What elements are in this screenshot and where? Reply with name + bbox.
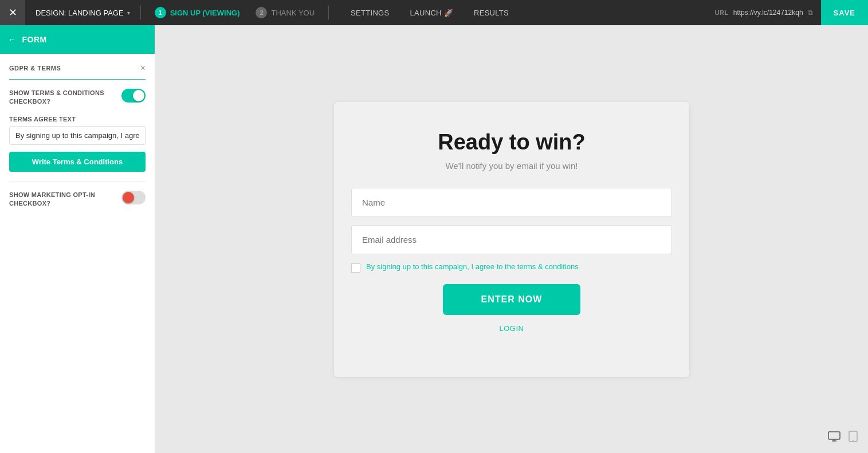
external-link-icon[interactable]: ⧉ bbox=[808, 9, 813, 17]
terms-agree-label: TERMS AGREE TEXT bbox=[9, 116, 146, 123]
marketing-toggle-row: SHOW MARKETING OPT-IN CHECKBOX? bbox=[0, 182, 155, 218]
step-thankyou[interactable]: 2 THANK YOU bbox=[248, 0, 323, 25]
write-terms-button[interactable]: Write Terms & Conditions bbox=[9, 152, 146, 172]
terms-agree-input[interactable] bbox=[9, 126, 146, 145]
email-input[interactable] bbox=[351, 225, 672, 254]
url-label: URL bbox=[715, 9, 729, 16]
content-area: Ready to win? We'll notify you by email … bbox=[155, 25, 868, 453]
tab-settings[interactable]: SETTINGS bbox=[340, 0, 399, 25]
section-close-icon[interactable]: × bbox=[140, 63, 146, 73]
campaign-card: Ready to win? We'll notify you by email … bbox=[334, 102, 689, 377]
gdpr-terms-section: GDPR & TERMS × bbox=[0, 54, 155, 79]
svg-point-4 bbox=[853, 440, 854, 441]
tab-results[interactable]: RESULTS bbox=[464, 0, 519, 25]
left-panel: ← FORM GDPR & TERMS × SHOW TERMS & CONDI… bbox=[0, 25, 155, 453]
terms-toggle-knob bbox=[133, 90, 144, 101]
tablet-icon[interactable] bbox=[849, 431, 858, 445]
device-icons bbox=[828, 431, 858, 445]
step-signup[interactable]: 1 SIGN UP (VIEWING) bbox=[147, 0, 248, 25]
url-value: https://vy.lc/124712kqh bbox=[733, 9, 803, 17]
terms-toggle-row: SHOW TERMS & CONDITIONS CHECKBOX? bbox=[0, 80, 155, 116]
url-section: URL https://vy.lc/124712kqh ⧉ bbox=[707, 9, 821, 17]
save-button[interactable]: SAVE bbox=[821, 0, 868, 25]
panel-header: ← FORM bbox=[0, 25, 155, 54]
back-arrow-icon: ← bbox=[8, 35, 17, 44]
terms-toggle-label: SHOW TERMS & CONDITIONS CHECKBOX? bbox=[9, 89, 121, 107]
login-link[interactable]: LOGIN bbox=[500, 324, 524, 333]
terms-agree-field-row: TERMS AGREE TEXT bbox=[0, 116, 155, 152]
terms-toggle-switch[interactable] bbox=[121, 89, 146, 103]
marketing-toggle-knob bbox=[123, 192, 134, 203]
name-input[interactable] bbox=[351, 188, 672, 217]
chevron-down-icon: ▾ bbox=[127, 10, 130, 16]
terms-checkbox-label: By signing up to this campaign, I agree … bbox=[366, 262, 579, 271]
close-button[interactable]: ✕ bbox=[0, 0, 25, 25]
nav-tabs: SETTINGS LAUNCH 🚀 RESULTS bbox=[340, 0, 519, 25]
section-title-text: GDPR & TERMS bbox=[9, 65, 61, 72]
nav-right: URL https://vy.lc/124712kqh ⧉ SAVE bbox=[707, 0, 868, 25]
marketing-toggle-switch[interactable] bbox=[121, 191, 146, 204]
enter-now-button[interactable]: ENTER NOW bbox=[443, 284, 580, 315]
top-navigation: ✕ DESIGN: LANDING PAGE ▾ 1 SIGN UP (VIEW… bbox=[0, 0, 868, 25]
step-2-label: THANK YOU bbox=[271, 9, 315, 17]
step-2-number: 2 bbox=[256, 7, 267, 18]
section-title-row: GDPR & TERMS × bbox=[9, 63, 146, 73]
step-1-label: SIGN UP (VIEWING) bbox=[170, 9, 240, 17]
back-button[interactable]: ← bbox=[8, 35, 17, 44]
card-subtext: We'll notify you by email if you win! bbox=[445, 161, 578, 171]
desktop-icon[interactable] bbox=[828, 431, 840, 444]
steps-container: 1 SIGN UP (VIEWING) 2 THANK YOU bbox=[141, 0, 328, 25]
card-headline: Ready to win? bbox=[438, 131, 586, 155]
svg-rect-0 bbox=[828, 432, 840, 439]
terms-checkbox[interactable] bbox=[351, 263, 360, 273]
panel-title: FORM bbox=[22, 35, 147, 44]
marketing-toggle-label: SHOW MARKETING OPT-IN CHECKBOX? bbox=[9, 191, 121, 208]
design-label: DESIGN: LANDING PAGE bbox=[36, 9, 124, 17]
main-layout: ← FORM GDPR & TERMS × SHOW TERMS & CONDI… bbox=[0, 25, 868, 453]
nav-divider-2 bbox=[328, 6, 329, 19]
step-1-number: 1 bbox=[155, 7, 166, 18]
tab-launch[interactable]: LAUNCH 🚀 bbox=[400, 0, 464, 25]
terms-checkbox-row: By signing up to this campaign, I agree … bbox=[351, 262, 672, 273]
design-page-selector[interactable]: DESIGN: LANDING PAGE ▾ bbox=[25, 9, 140, 17]
